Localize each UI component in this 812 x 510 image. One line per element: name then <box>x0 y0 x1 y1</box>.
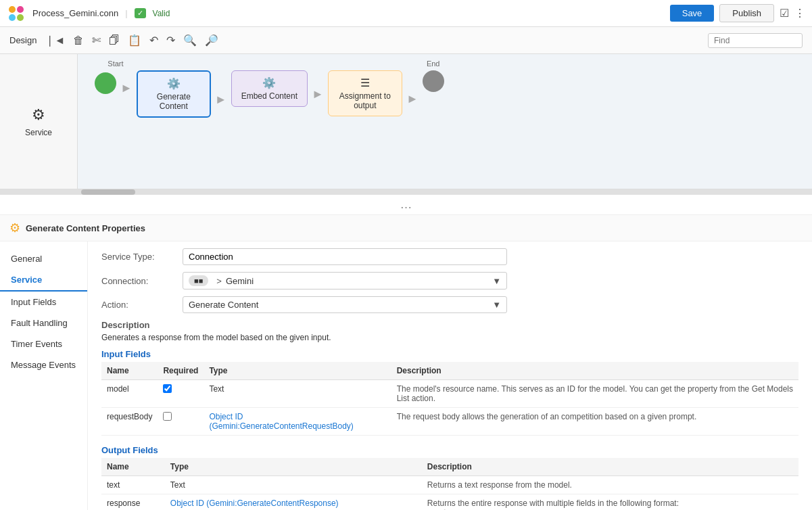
connection-display[interactable]: ■■ > Gemini ▼ <box>183 272 507 289</box>
output-col-name: Name <box>101 458 165 476</box>
canvas-scrollbar[interactable] <box>0 189 812 195</box>
input-required-model[interactable] <box>158 380 204 408</box>
output-fields-table: Name Type Description text Text Returns … <box>101 458 798 510</box>
embed-icon: ⚙️ <box>262 76 276 89</box>
svg-point-3 <box>17 14 24 21</box>
toolbar-icons: ❘◄ 🗑 ✄ 🗍 📋 ↶ ↷ 🔍 🔎 <box>43 32 220 48</box>
props-body: General Service Input Fields Fault Handl… <box>0 241 812 510</box>
nav-message-events[interactable]: Message Events <box>0 354 87 375</box>
zoom-in-icon[interactable]: 🔍 <box>181 32 199 48</box>
assignment-icon: ☰ <box>360 76 370 89</box>
input-fields-table: Name Required Type Description model Tex… <box>101 362 798 436</box>
app-title: Process_Gemini.conn <box>32 8 118 18</box>
save-button[interactable]: Save <box>670 5 715 22</box>
svg-point-2 <box>9 14 16 21</box>
action-row: Action: Generate Content ▼ <box>101 296 798 313</box>
service-icon: ⚙ <box>32 106 45 124</box>
canvas: ⚙ Service Start ► x <box>0 54 812 189</box>
nav-general[interactable]: General <box>0 248 87 269</box>
generate-content-box[interactable]: ⚙️ GenerateContent <box>137 70 211 118</box>
input-name-requestbody: requestBody <box>101 408 158 436</box>
arrow-2: ► <box>215 93 227 107</box>
arrow-1: ► <box>120 81 133 95</box>
delete-icon[interactable]: 🗑 <box>71 33 86 48</box>
output-type-text: Text <box>165 476 422 494</box>
title-separator: | <box>125 8 127 18</box>
more-options-button[interactable]: ⋮ <box>794 7 805 20</box>
undo-icon[interactable]: ↶ <box>147 32 160 48</box>
arrow-3: ► <box>312 87 324 101</box>
input-type-requestbody: Object ID (Gemini:GenerateContentRequest… <box>204 408 391 436</box>
nav-service[interactable]: Service <box>0 269 87 292</box>
action-chevron-icon: ▼ <box>492 300 501 310</box>
paste-icon[interactable]: 📋 <box>126 32 143 48</box>
first-icon[interactable]: ❘◄ <box>43 32 67 48</box>
input-row-requestbody: requestBody Object ID (Gemini:GenerateCo… <box>101 408 798 436</box>
design-bar: Design ❘◄ 🗑 ✄ 🗍 📋 ↶ ↷ 🔍 🔎 <box>0 27 812 54</box>
service-type-dropdown[interactable]: Connection <box>183 248 507 265</box>
nav-fault-handling[interactable]: Fault Handling <box>0 312 87 333</box>
output-fields-title: Output Fields <box>101 445 798 455</box>
topbar: Process_Gemini.conn | ✓ Valid Save Publi… <box>0 0 812 27</box>
description-text: Generates a response from the model base… <box>101 333 798 342</box>
action-value: Generate Content <box>189 300 258 310</box>
connection-value: Gemini <box>226 276 254 286</box>
svg-point-0 <box>9 6 16 13</box>
copy-icon[interactable]: 🗍 <box>107 33 122 48</box>
publish-button[interactable]: Publish <box>719 4 774 22</box>
output-row-text: text Text Returns a text response from t… <box>101 476 798 494</box>
props-nav: General Service Input Fields Fault Handl… <box>0 241 88 510</box>
cut-icon[interactable]: ✄ <box>90 32 103 48</box>
assignment-box[interactable]: ☰ Assignment tooutput <box>328 70 402 116</box>
redo-icon[interactable]: ↷ <box>164 32 177 48</box>
input-col-description: Description <box>391 362 798 380</box>
logo-icon <box>7 4 26 23</box>
output-row-response: response Object ID (Gemini:GenerateConte… <box>101 494 798 511</box>
valid-badge: ✓ <box>135 8 146 18</box>
start-circle <box>95 72 116 94</box>
output-desc-text: Returns a text response from the model. <box>422 476 798 494</box>
design-title: Design <box>9 35 37 45</box>
start-label: Start <box>108 60 123 68</box>
canvas-scrollbar-thumb[interactable] <box>81 189 135 195</box>
props-title: Generate Content Properties <box>26 223 145 233</box>
nav-timer-events[interactable]: Timer Events <box>0 333 87 354</box>
output-name-response: response <box>101 494 165 511</box>
input-name-model: model <box>101 380 158 408</box>
connection-chevron-icon: ▼ <box>492 276 501 286</box>
topbar-actions: Save Publish ☑ ⋮ <box>670 4 805 22</box>
canvas-service-label: Service <box>25 128 52 137</box>
action-select[interactable]: Generate Content ▼ <box>183 296 507 313</box>
input-type-model: Text <box>204 380 391 408</box>
flow-area: Start ► x ⚙️ GenerateContent ► <box>81 54 812 189</box>
connection-badge: ■■ <box>189 275 208 286</box>
valid-label: Valid <box>153 9 170 18</box>
conn-arrow: > <box>216 276 222 286</box>
find-input[interactable] <box>708 33 803 48</box>
svg-point-1 <box>17 6 24 13</box>
input-required-requestbody[interactable] <box>158 408 204 436</box>
service-type-select[interactable]: Connection <box>183 248 507 265</box>
end-node: End <box>423 60 444 92</box>
assignment-node[interactable]: x ☰ Assignment tooutput ► <box>328 60 423 116</box>
embed-content-box[interactable]: ⚙️ Embed Content <box>231 70 308 107</box>
input-desc-model: The model's resource name. This serves a… <box>391 380 798 408</box>
props-header-icon: ⚙ <box>9 221 20 235</box>
input-col-type: Type <box>204 362 391 380</box>
props-content: Service Type: Connection Connection: ■■ … <box>88 241 812 510</box>
zoom-out-icon[interactable]: 🔎 <box>203 32 220 48</box>
connection-row: Connection: ■■ > Gemini ▼ <box>101 272 798 289</box>
service-type-label: Service Type: <box>101 252 183 262</box>
canvas-sidebar: ⚙ Service <box>0 54 78 189</box>
embed-content-node[interactable]: x ⚙️ Embed Content ► <box>231 60 328 107</box>
end-circle <box>423 70 444 92</box>
input-col-required: Required <box>158 362 204 380</box>
output-col-type: Type <box>165 458 422 476</box>
generate-content-node[interactable]: x ⚙️ GenerateContent ► <box>137 60 231 118</box>
output-type-response: Object ID (Gemini:GenerateContentRespons… <box>165 494 422 511</box>
output-name-text: text <box>101 476 165 494</box>
nav-input-fields[interactable]: Input Fields <box>0 292 87 312</box>
output-col-description: Description <box>422 458 798 476</box>
checkmark-icon-button[interactable]: ☑ <box>780 7 789 20</box>
output-desc-response: Returns the entire response with multipl… <box>422 494 798 511</box>
